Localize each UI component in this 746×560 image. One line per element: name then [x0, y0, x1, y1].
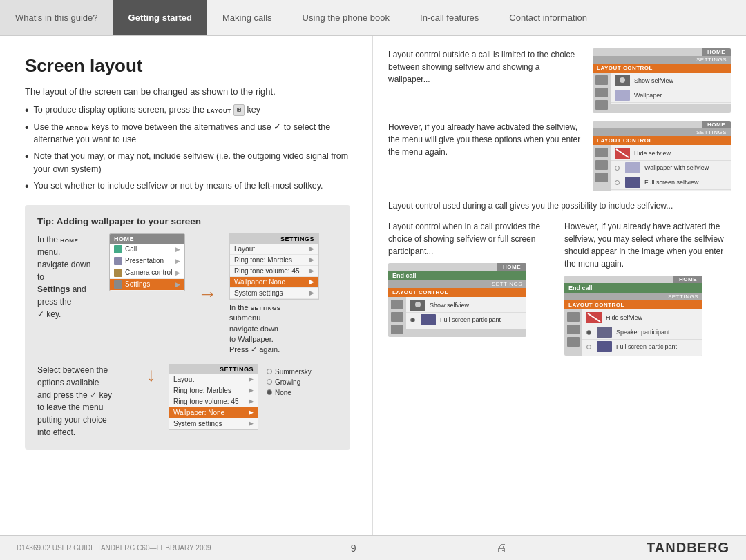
fullscreen-selfview-icon — [625, 177, 640, 188]
settings-ringtone: Ring tone: Marbles▶ — [230, 255, 318, 266]
svg-point-5 — [415, 302, 421, 307]
wallpaper-option-growing[interactable]: Growing — [262, 377, 316, 387]
phone-icon — [114, 245, 122, 253]
lc3-side-icon-2 — [391, 312, 403, 322]
nav-phone-book[interactable]: Using the phone book — [287, 0, 405, 35]
present-icon — [114, 257, 122, 265]
settings-system: System settings▶ — [230, 288, 318, 299]
main-content: Screen layout The layout of the screen c… — [0, 36, 746, 535]
right-sections-3-4: Layout control when in a call provides t… — [388, 220, 731, 356]
footer: D14369.02 USER GUIDE TANDBERG C60—FEBRUA… — [0, 535, 746, 560]
settings-menu-header: SETTINGS — [230, 234, 318, 244]
section4-text: However, if you already have activated t… — [564, 220, 731, 270]
settings2-volume: Ring tone volume: 45▶ — [169, 396, 258, 407]
right-panel: Layout control outside a call is limited… — [373, 36, 746, 535]
settings-layout: Layout▶ — [230, 244, 318, 255]
lc2-row-fullscreen: Full screen selfview — [611, 175, 731, 190]
settings2-system: System settings▶ — [169, 418, 258, 429]
section3-text: Layout control when in a call provides t… — [388, 220, 555, 258]
radio-summersky — [267, 369, 272, 374]
lc4-fullpart-icon — [597, 341, 612, 352]
nav-making-calls[interactable]: Making calls — [207, 0, 287, 35]
lc4-header: LAYOUT CONTROL — [564, 300, 702, 309]
left-panel: Screen layout The layout of the screen c… — [0, 36, 373, 535]
arrow-right-icon: → — [195, 283, 220, 305]
lc3-header: LAYOUT CONTROL — [388, 288, 526, 297]
lc1-row-wallpaper: Wallpaper — [611, 88, 731, 103]
section1-text: Layout control outside a call is limited… — [388, 48, 583, 86]
lc1-settings-label: SETTINGS — [593, 56, 731, 64]
layout-control-1: HOME SETTINGS LAYOUT CONTROL — [593, 48, 731, 113]
intro-text: The layout of the screen can be changed … — [25, 86, 350, 97]
lc4-side-icon-1 — [567, 312, 580, 322]
tip-title: Tip: Adding wallpaper to your screen — [37, 216, 338, 226]
svg-point-1 — [620, 77, 625, 83]
print-icon: 🖨 — [496, 542, 507, 554]
lc3-fullpart-icon — [421, 314, 436, 325]
footer-page: 9 — [351, 543, 356, 554]
lc4-settings-label: SETTINGS — [564, 293, 702, 300]
wallpaper-option-none[interactable]: None — [262, 387, 316, 398]
tip-content-bottom: Select between the options available and… — [37, 364, 338, 438]
right-section-3: Layout control when in a call provides t… — [388, 220, 555, 356]
page-title: Screen layout — [25, 55, 350, 77]
lc1-header: LAYOUT CONTROL — [593, 64, 731, 73]
settings-menu2-header: SETTINGS — [169, 365, 258, 374]
nav-whats-in-guide[interactable]: What's in this guide? — [0, 0, 113, 35]
lc3-row-fullparticipant: Full screen participant — [406, 313, 526, 327]
nav-contact[interactable]: Contact information — [494, 0, 602, 35]
nav-getting-started[interactable]: Getting started — [113, 0, 207, 35]
home-menu-header: HOME — [110, 234, 184, 244]
home-menu-camera: Camera control ▶ — [110, 267, 184, 279]
radio-none — [267, 389, 272, 395]
home-menu-call: Call ▶ — [110, 244, 184, 255]
brand-logo: TANDBERG — [647, 540, 729, 556]
section3-header: Layout control used during a call gives … — [388, 200, 731, 212]
lc4-hide-icon — [586, 312, 602, 323]
wallpaper-selfview-icon — [625, 162, 640, 173]
settings2-wallpaper: Wallpaper: None▶ — [169, 407, 258, 418]
layout-control-4: HOME End call SETTINGS LAYOUT CONTROL — [564, 276, 702, 356]
wallpaper-option-summersky[interactable]: Summersky — [262, 367, 316, 377]
lc2-row-hide: Hide selfview — [611, 146, 731, 161]
nav-in-call[interactable]: In-call features — [405, 0, 494, 35]
lc1-row-selfview: Show selfview — [611, 74, 731, 88]
bullet-item-4: You set whether to include selfview or n… — [25, 180, 350, 193]
wallpaper-icon — [615, 90, 630, 101]
bullet-list: To produce display options screen, press… — [25, 104, 350, 193]
lc2-side-icon-3 — [595, 173, 608, 182]
lc4-side-icon-2 — [567, 325, 580, 334]
home-menu-settings: Settings ▶ — [110, 279, 184, 291]
lc2-settings-label: SETTINGS — [593, 128, 731, 136]
bullet-item-1: To produce display options screen, press… — [25, 104, 350, 117]
lc2-row-wallpaper-selfview: Wallpaper with selfview — [611, 161, 731, 175]
layout-control-2: HOME SETTINGS LAYOUT CONTROL — [593, 121, 731, 191]
lc3-row-selfview: Show selfview — [406, 298, 526, 313]
lc4-row-fullparticipant: Full screen participant — [582, 340, 702, 354]
navigation-bar: What's in this guide? Getting started Ma… — [0, 0, 746, 36]
settings2-layout: Layout▶ — [169, 374, 258, 385]
right-section-2: However, if you already have activated t… — [388, 121, 731, 191]
lc1-side-icon-3 — [595, 100, 608, 110]
settings-icon — [114, 280, 122, 289]
lc1-side-icon-1 — [595, 75, 608, 85]
lc3-settings-label: SETTINGS — [388, 280, 526, 288]
lc3-endcall: End call — [388, 271, 526, 280]
settings-wallpaper: Wallpaper: None▶ — [230, 277, 318, 288]
lc4-home-label: HOME — [673, 276, 702, 283]
lc3-side-icon-3 — [391, 325, 403, 334]
lc4-row-speaker: Speaker participant — [582, 325, 702, 340]
lc4-side-icon-3 — [567, 337, 580, 347]
lc3-home-label: HOME — [497, 263, 526, 271]
lc2-home-label: HOME — [702, 121, 731, 128]
camera-icon — [114, 269, 122, 277]
lc4-endcall: End call — [564, 283, 702, 293]
lc2-header: LAYOUT CONTROL — [593, 136, 731, 145]
selfview-icon — [615, 75, 630, 86]
lc3-side-icon-1 — [391, 300, 403, 309]
layout-control-3: HOME End call SETTINGS LAYOUT CONTROL — [388, 263, 526, 337]
footer-legal: D14369.02 USER GUIDE TANDBERG C60—FEBRUA… — [17, 544, 211, 552]
section2-text: However, if you already have activated t… — [388, 121, 583, 158]
home-menu-mockup: HOME Call ▶ Presentation ▶ Camera contro… — [109, 233, 185, 291]
right-section-4: However, if you already have activated t… — [564, 220, 731, 356]
